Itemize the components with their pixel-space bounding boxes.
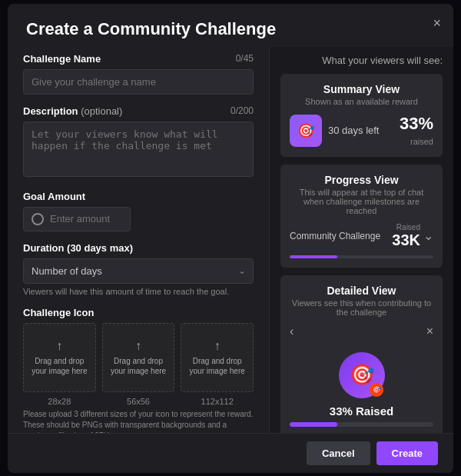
progress-bar-detailed-fill (290, 422, 337, 427)
progress-view-title: Progress View (290, 174, 433, 186)
goal-amount-input[interactable] (50, 213, 122, 225)
challenge-name-label-row: Challenge Name 0/45 (23, 53, 254, 65)
icon-upload-row: ↑ Drag and drop your image here ↑ Drag a… (23, 323, 254, 392)
viewers-see-label: What your viewers will see: (280, 55, 443, 66)
upload-arrow-icon-3: ↑ (214, 339, 221, 353)
summary-view-subtitle: Shown as an available reward (290, 97, 433, 106)
detailed-target-icon: 🎯 (350, 363, 374, 387)
detailed-badge: 🎯 (370, 383, 383, 397)
summary-row: 🎯 30 days left 33% raised (290, 114, 433, 148)
modal-header: Create a Community Challenge × (8, 4, 453, 47)
description-counter: 0/200 (230, 105, 254, 116)
challenge-name-group: Challenge Name 0/45 (23, 53, 254, 95)
raised-row: Raised 33K ⌄ (392, 223, 433, 249)
create-button[interactable]: Create (376, 441, 438, 465)
detailed-icon-area: 🎯 🎯 33% Raised (290, 345, 433, 430)
description-label: Description (optional) (23, 105, 122, 117)
cancel-button[interactable]: Cancel (307, 441, 370, 465)
summary-raised-label: raised (410, 137, 433, 146)
progress-raised-label: Raised (392, 223, 420, 231)
progress-bar-fill (290, 255, 337, 258)
icon-size-row: 28x28 56x56 112x112 (23, 397, 254, 406)
detailed-view-title: Detailed View (290, 285, 433, 297)
description-input[interactable] (23, 121, 254, 177)
upload-text-2: Drag and drop your image here (106, 356, 171, 376)
challenge-name-counter: 0/45 (236, 53, 254, 64)
icon-size-2: 56x56 (102, 397, 175, 406)
challenge-icon-group: Challenge Icon ↑ Drag and drop your imag… (23, 307, 254, 433)
duration-hint: Viewers will have this amount of time to… (23, 287, 254, 296)
summary-target-icon: 🎯 (297, 122, 314, 139)
icon-upload-box-1[interactable]: ↑ Drag and drop your image here (23, 323, 96, 392)
progress-raised-block: Raised 33K (392, 223, 420, 249)
modal-title: Create a Community Challenge (26, 19, 435, 39)
detailed-view-subtitle: Viewers see this when contributing to th… (290, 298, 433, 317)
progress-header: Community Challenge Raised 33K ⌄ (290, 223, 433, 249)
detailed-percent: 33% Raised (330, 404, 393, 418)
summary-icon: 🎯 (290, 115, 322, 147)
upload-hint: Please upload 3 different sizes of your … (23, 409, 254, 433)
detailed-view-card: Detailed View Viewers see this when cont… (280, 275, 443, 433)
detailed-nav-row: ‹ × (290, 325, 433, 338)
challenge-icon-label: Challenge Icon (23, 307, 254, 318)
modal-overlay: Create a Community Challenge × Challenge… (0, 0, 461, 476)
description-label-row: Description (optional) 0/200 (23, 105, 254, 117)
description-group: Description (optional) 0/200 (23, 105, 254, 180)
detailed-nav-close[interactable]: × (426, 325, 433, 338)
progress-view-subtitle: This will appear at the top of chat when… (290, 188, 433, 215)
summary-days: 30 days left (328, 125, 393, 136)
progress-view-card: Progress View This will appear at the to… (280, 165, 443, 268)
duration-select-wrapper: Number of days ⌄ (23, 258, 254, 284)
summary-view-card: Summary View Shown as an available rewar… (280, 74, 443, 157)
progress-challenge-label: Community Challenge (290, 231, 380, 241)
duration-label: Duration (30 days max) (23, 242, 254, 254)
upload-arrow-icon-2: ↑ (135, 339, 141, 353)
upload-text-1: Drag and drop your image here (27, 356, 92, 376)
close-button[interactable]: × (433, 16, 441, 30)
goal-amount-label: Goal Amount (23, 191, 254, 202)
duration-group: Duration (30 days max) Number of days ⌄ … (23, 242, 254, 296)
challenge-name-label: Challenge Name (23, 53, 101, 65)
duration-select[interactable]: Number of days (23, 258, 254, 284)
modal-body: Challenge Name 0/45 Description (optiona… (8, 47, 453, 433)
summary-view-title: Summary View (290, 83, 433, 95)
challenge-name-input[interactable] (23, 69, 254, 95)
left-panel: Challenge Name 0/45 Description (optiona… (8, 47, 269, 433)
icon-size-3: 112x112 (181, 397, 254, 406)
icon-size-1: 28x28 (23, 397, 96, 406)
right-panel: What your viewers will see: Summary View… (269, 47, 453, 433)
progress-raised-value: 33K (392, 231, 420, 248)
description-optional: (optional) (81, 105, 122, 117)
icon-upload-box-2[interactable]: ↑ Drag and drop your image here (102, 323, 175, 392)
upload-text-3: Drag and drop your image here (184, 356, 250, 376)
progress-bar-detailed (290, 422, 433, 427)
modal: Create a Community Challenge × Challenge… (8, 4, 453, 473)
summary-percent-block: 33% raised (400, 114, 433, 148)
summary-percent-num: 33% (400, 114, 433, 134)
goal-amount-group: Goal Amount (23, 191, 254, 231)
detailed-nav-left[interactable]: ‹ (290, 325, 294, 338)
modal-footer: Cancel Create (8, 433, 453, 473)
goal-amount-input-wrap (23, 207, 131, 231)
progress-bar-bg (290, 255, 433, 258)
icon-upload-box-3[interactable]: ↑ Drag and drop your image here (181, 323, 254, 392)
upload-arrow-icon-1: ↑ (56, 339, 62, 353)
goal-icon (32, 213, 44, 225)
progress-chevron-icon: ⌄ (423, 228, 433, 243)
detailed-icon-wrap: 🎯 🎯 (339, 352, 385, 398)
